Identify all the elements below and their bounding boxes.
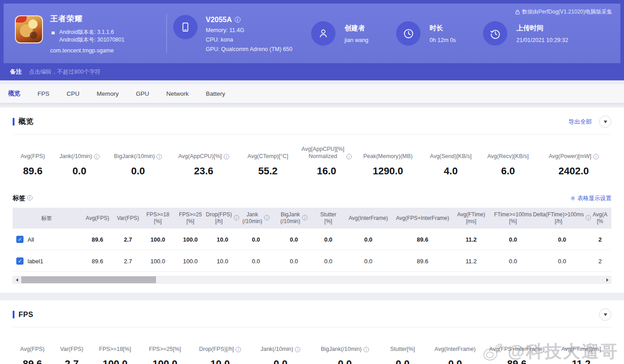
export-all-link[interactable]: 导出全部 [568, 118, 592, 126]
overview-collapse-button[interactable] [599, 116, 611, 128]
info-icon[interactable]: i [224, 154, 229, 159]
creator-value: jian wang [345, 37, 369, 43]
info-icon[interactable]: i [234, 215, 239, 220]
fps-metric: BigJank(/10min)i0.0 [312, 337, 378, 364]
overview-metric-value: 0.0 [53, 165, 106, 177]
fps-collapse-button[interactable] [599, 308, 611, 321]
section-tabbar: 概览FPSCPUMemoryGPUNetworkBattery [0, 84, 624, 103]
column-header: FPS>=18 [%] [142, 208, 174, 229]
phone-icon [180, 21, 191, 33]
fps-metric-value: 89.6 [13, 358, 52, 364]
fps-metric: Stutter[%]0.0 [378, 337, 427, 364]
device-gpu: GPU: Qualcomm Adreno (TM) 650 [206, 46, 293, 52]
app-package: com.tencent.tmgp.sgame [50, 47, 124, 54]
table-cell: 0.0 [314, 229, 342, 250]
table-cell: 0.0 [342, 229, 394, 250]
device-model: V2055A [206, 16, 232, 24]
fps-metric: FPS>=18[%]100.0 [91, 337, 139, 364]
table-cell: 10.0 [207, 229, 238, 250]
table-cell: 89.6 [80, 250, 114, 272]
table-cell: 89.6 [394, 250, 451, 272]
header: 数据由PerfDog(V1.21020)电脑版采集 王者荣耀 Android版本… [0, 0, 624, 80]
scroll-left-button[interactable] [13, 276, 20, 283]
info-icon[interactable]: i [156, 154, 162, 159]
overview-metric-label: Avg(Power)[mW]i [536, 145, 611, 160]
overview-metric: Avg(Recv)[KB/s]6.0 [480, 145, 536, 177]
header-banner: 数据由PerfDog(V1.21020)电脑版采集 王者荣耀 Android版本… [4, 4, 620, 63]
table-display-settings-link[interactable]: 表格显示设置 [577, 195, 611, 202]
column-header: Avg(FPS+InterFrame) [394, 208, 451, 229]
fps-metric-value: 11.2 [551, 358, 611, 364]
scroll-right-icon [606, 278, 609, 282]
table-cell: 100.0 [142, 229, 174, 250]
labels-title: 标签 [13, 194, 25, 202]
info-icon[interactable]: i [264, 215, 269, 220]
table-cell: 2.7 [114, 250, 142, 272]
app-version-name: Android版本名: 3.1.1.6 [59, 28, 124, 36]
fps-metric-label: Avg(FTime)[ms] [551, 337, 611, 353]
horizontal-scrollbar[interactable] [13, 276, 611, 284]
scroll-right-button[interactable] [604, 276, 611, 283]
tab-gpu[interactable]: GPU [136, 90, 149, 97]
overview-metric-label: Peak(Memory)(MB) [355, 145, 421, 160]
tab-cpu[interactable]: CPU [66, 90, 80, 97]
fps-metric-label: Drop(FPS)[/h]i [191, 337, 249, 353]
user-icon [317, 28, 329, 39]
fps-title: FPS [19, 311, 33, 319]
checkbox[interactable]: ✓ [16, 236, 24, 243]
table-cell: 100.0 [142, 250, 174, 272]
overview-metric-value: 16.0 [298, 165, 355, 177]
note-placeholder[interactable]: 点击编辑，不超过800个字符 [29, 68, 100, 76]
fps-metric-value: 0.0 [312, 358, 378, 364]
overview-metric-label: Avg[AppCPU][%] Normalizedi [298, 145, 355, 160]
section-accent-bar [13, 311, 14, 318]
column-header: Var(FPS) [114, 208, 142, 229]
info-icon[interactable]: i [295, 347, 300, 352]
row-label-cell: ✓label1 [13, 250, 80, 272]
info-icon[interactable]: i [593, 154, 599, 159]
app-title: 王者荣耀 [50, 14, 124, 24]
app-icon [15, 15, 43, 43]
overview-metric: Avg(Power)[mW]i2402.0 [536, 145, 611, 177]
overview-metric: Peak(Memory)(MB)1290.0 [355, 145, 421, 177]
info-icon[interactable]: i [364, 347, 369, 352]
info-icon[interactable]: i [302, 215, 307, 220]
tab-network[interactable]: Network [166, 90, 189, 97]
column-header: Avg(A [% [590, 208, 610, 229]
fps-metric-value: 0.0 [428, 358, 483, 364]
fps-metric-label: Avg(InterFrame) [428, 337, 483, 353]
table-cell: 11.2 [451, 250, 492, 272]
overview-metric-value: 1290.0 [355, 165, 421, 177]
overview-metric-value: 23.6 [170, 165, 237, 177]
duration-icon-circle [396, 21, 421, 46]
header-divider [166, 14, 167, 53]
tab-memory[interactable]: Memory [97, 90, 119, 97]
fps-metric: Jank(/10min)i0.0 [249, 337, 312, 364]
labels-table: 标签Avg(FPS)Var(FPS)FPS>=18 [%]FPS>=25 [%]… [13, 208, 611, 284]
note-bar[interactable]: 备注 点击编辑，不超过800个字符 [0, 63, 624, 80]
creator-icon-circle [311, 21, 336, 46]
column-header: Avg(FTime) [ms] [451, 208, 492, 229]
data-source-text: 数据由PerfDog(V1.21020)电脑版采集 [522, 8, 612, 16]
overview-metric: Avg(FPS)89.6 [13, 145, 53, 177]
info-icon[interactable]: i [346, 154, 352, 159]
app-version-code: Android版本号: 301070801 [59, 36, 124, 44]
column-header: Delta(FTime)>100ms [/h]i [534, 208, 590, 229]
tab-概览[interactable]: 概览 [8, 89, 20, 98]
table-cell: 0.0 [534, 229, 590, 250]
fps-metric-label: Avg(FPS) [13, 337, 52, 353]
info-icon[interactable]: i [94, 154, 99, 159]
table-cell: 0.0 [238, 250, 274, 272]
device-info-icon[interactable]: i [235, 17, 241, 23]
tab-fps[interactable]: FPS [38, 90, 49, 97]
overview-metric-label: Avg(AppCPU)[%]i [170, 145, 237, 160]
clock-icon [402, 28, 415, 40]
upload-icon-circle [483, 21, 507, 46]
labels-info-icon[interactable]: i [27, 195, 33, 201]
info-icon[interactable]: i [236, 347, 241, 352]
creator-block: 创建者 jian wang [311, 21, 396, 46]
scrollbar-thumb[interactable] [21, 276, 156, 283]
checkbox[interactable]: ✓ [16, 257, 24, 265]
fps-metric-label: Avg(FPS+InterFrame) [482, 337, 551, 353]
tab-battery[interactable]: Battery [206, 90, 225, 97]
